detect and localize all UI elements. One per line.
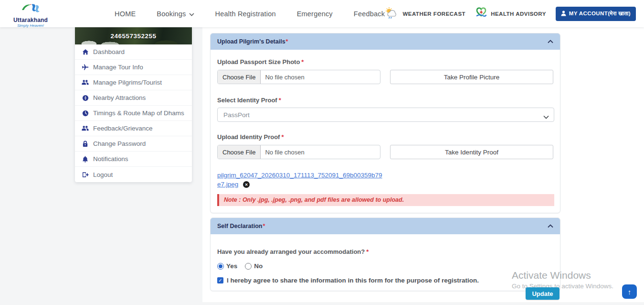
weather-forecast-link[interactable]: WEATHER FORECAST — [385, 7, 465, 21]
chevron-up-icon[interactable] — [548, 224, 553, 228]
sidebar-item-label: Change Password — [93, 140, 146, 147]
sidebar-item-label: Manage Tour Info — [93, 64, 143, 71]
users-icon — [82, 125, 89, 132]
logout-icon — [82, 171, 89, 178]
sidebar-item-label: Manage Pilgrims/Tourist — [93, 79, 162, 86]
page: Uttarakhand Simply Heaven! HOME Bookings… — [0, 0, 644, 305]
top-navbar: Uttarakhand Simply Heaven! HOME Bookings… — [0, 0, 644, 27]
uttarakhand-logo-icon — [20, 8, 41, 16]
sidebar-item-change-password[interactable]: Change Password — [75, 136, 192, 152]
health-advisory-label: HEALTH ADVISORY — [491, 11, 546, 17]
upload-panel-title: Upload Pilgrim's Details* — [217, 38, 288, 45]
users-icon — [82, 79, 89, 86]
identity-proof-upload-label: Upload Identity Proof* — [217, 133, 553, 141]
sidebar-item-feedback-grievance[interactable]: Feedback/Grievance — [75, 121, 192, 136]
declaration-panel-body: Have you already arranged your accommoda… — [211, 234, 560, 291]
required-asterisk: * — [366, 248, 369, 255]
accommodation-question-text: Have you already arranged your accommoda… — [217, 248, 365, 255]
main-content: Upload Pilgrim's Details* Upload Passpor… — [202, 27, 644, 302]
activate-windows-watermark: Activate Windows — [512, 270, 591, 281]
identity-proof-upload-label-text: Upload Identity Proof — [217, 133, 280, 141]
radio-no-label: No — [254, 262, 263, 270]
chevron-up-icon[interactable] — [548, 40, 553, 44]
self-declaration-panel: Self Declaration* Have you already arran… — [210, 218, 560, 291]
accommodation-options: Yes No — [217, 262, 553, 270]
declaration-panel-header[interactable]: Self Declaration* — [211, 218, 560, 234]
upload-panel-header[interactable]: Upload Pilgrim's Details* — [211, 33, 560, 50]
required-asterisk: * — [301, 58, 304, 65]
choose-file-button[interactable]: Choose File — [218, 70, 261, 84]
passport-photo-file-input[interactable]: Choose File No file chosen — [217, 70, 380, 84]
bell-icon — [82, 155, 89, 163]
nav-feedback[interactable]: Feedback — [354, 10, 385, 18]
upload-panel-title-text: Upload Pilgrim's Details — [217, 38, 285, 45]
scroll-to-top-button[interactable]: ↑ — [622, 284, 637, 299]
sidebar-item-label: Timings & Route Map of Dhams — [93, 109, 184, 117]
nav-emergency[interactable]: Emergency — [297, 10, 333, 18]
main-nav: HOME Bookings Health Registration Emerge… — [115, 0, 385, 27]
radio-yes[interactable]: Yes — [217, 262, 237, 270]
home-icon — [82, 48, 89, 55]
sidebar-item-manage-pilgrims[interactable]: Manage Pilgrims/Tourist — [75, 75, 192, 90]
nav-bookings[interactable]: Bookings — [157, 10, 194, 18]
passport-photo-label: Upload Passport Size Photo* — [217, 58, 553, 65]
file-status-text: No file chosen — [261, 149, 304, 156]
take-identity-proof-button[interactable]: Take Identity Proof — [390, 145, 553, 159]
chevron-down-icon — [189, 10, 194, 18]
sidebar-item-notifications[interactable]: Notifications — [75, 152, 192, 167]
agree-checkbox[interactable]: ✓ — [217, 277, 223, 283]
sidebar-item-label: Dashboard — [93, 48, 125, 55]
plane-icon — [82, 64, 89, 71]
required-asterisk: * — [263, 223, 265, 229]
logo-title: Uttarakhand — [8, 17, 53, 23]
weather-forecast-label: WEATHER FORECAST — [402, 11, 465, 17]
header-actions: WEATHER FORECAST HEALTH ADVISORY MY — [385, 0, 636, 27]
sidebar-banner-photo: 246557352255 — [75, 27, 192, 44]
identity-proof-select[interactable]: PassPort — [217, 108, 554, 122]
nav-bookings-label: Bookings — [157, 10, 186, 18]
sidebar-item-timings-route-map[interactable]: Timings & Route Map of Dhams — [75, 106, 192, 121]
sidebar-item-label: Logout — [93, 171, 113, 178]
tour-id-number: 246557352255 — [110, 33, 156, 40]
choose-file-button[interactable]: Choose File — [218, 145, 261, 159]
upload-pilgrims-details-panel: Upload Pilgrim's Details* Upload Passpor… — [210, 33, 560, 213]
radio-no[interactable]: No — [245, 262, 263, 270]
nav-home[interactable]: HOME — [115, 10, 136, 18]
accommodation-question: Have you already arranged your accommoda… — [217, 248, 553, 255]
take-profile-picture-button[interactable]: Take Profile Picture — [390, 70, 553, 84]
sidebar-item-logout[interactable]: Logout — [75, 167, 192, 182]
health-advisory-link[interactable]: HEALTH ADVISORY — [475, 7, 546, 21]
passport-photo-label-text: Upload Passport Size Photo — [217, 58, 300, 65]
lock-icon — [82, 140, 89, 147]
weather-icon — [385, 7, 399, 21]
declaration-panel-title: Self Declaration* — [217, 223, 265, 229]
my-account-button[interactable]: MY ACCOUNT(मेरा खाता) — [556, 7, 636, 21]
my-account-label: MY ACCOUNT(मेरा खाता) — [569, 11, 631, 17]
sidebar-item-label: Notifications — [93, 155, 128, 163]
sidebar-item-dashboard[interactable]: Dashboard — [75, 44, 192, 60]
identity-proof-file-input[interactable]: Choose File No file chosen — [217, 145, 380, 159]
uploaded-file-row: pilgrim_62047_20260310_171113_752091_69b… — [217, 171, 385, 189]
sidebar-item-label: Nearby Attractions — [93, 94, 146, 101]
update-button[interactable]: Update — [526, 287, 560, 300]
radio-yes-control[interactable] — [217, 263, 224, 270]
upload-note: Note : Only .jpg, .jpeg, .png, and pdf f… — [217, 194, 554, 206]
sidebar-item-label: Feedback/Grievance — [93, 125, 153, 132]
radio-yes-label: Yes — [226, 262, 237, 270]
upload-panel-body: Upload Passport Size Photo* Choose File … — [211, 50, 560, 213]
file-status-text: No file chosen — [261, 74, 304, 81]
required-asterisk: * — [279, 97, 281, 104]
health-advisory-icon — [475, 7, 487, 21]
remove-file-icon[interactable]: ✕ — [243, 181, 250, 188]
required-asterisk: * — [286, 38, 288, 45]
identity-proof-select-label-text: Select Identity Proof — [217, 97, 277, 104]
nav-health-registration[interactable]: Health Registration — [215, 10, 276, 18]
sidebar-item-nearby-attractions[interactable]: Nearby Attractions — [75, 90, 192, 106]
uttarakhand-logo[interactable]: Uttarakhand Simply Heaven! — [8, 2, 53, 28]
radio-no-control[interactable] — [245, 263, 252, 270]
sidebar: 246557352255 Dashboard Manage Tour Info … — [75, 27, 192, 182]
agree-text: I hereby agree to share the information … — [227, 277, 479, 284]
uploaded-file-link[interactable]: pilgrim_62047_20260310_171113_752091_69b… — [217, 172, 382, 188]
sidebar-item-manage-tour-info[interactable]: Manage Tour Info — [75, 60, 192, 75]
clock-icon — [82, 109, 89, 117]
